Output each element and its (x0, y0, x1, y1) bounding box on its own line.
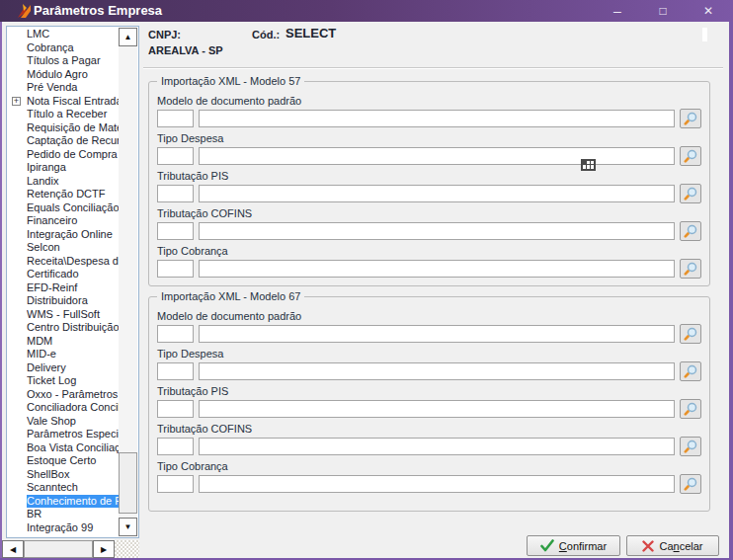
field-description-input[interactable] (199, 400, 675, 418)
sidebar-item[interactable]: Títulos a Pagar (7, 54, 119, 68)
field-description-input[interactable] (199, 438, 675, 455)
sidebar-item-label: Financeiro (27, 214, 119, 228)
sidebar-item[interactable]: Delivery (7, 361, 119, 375)
field-description-input[interactable] (199, 260, 675, 278)
scroll-left-icon: ◀ (10, 545, 16, 554)
field-description-input[interactable] (199, 185, 675, 202)
sidebar-item[interactable]: Landix (7, 175, 119, 189)
sidebar-item[interactable]: BR (7, 508, 119, 521)
field-code-input[interactable] (157, 438, 194, 455)
field-code-input[interactable] (157, 400, 194, 418)
sidebar-item-label: Retenção DCTF (27, 188, 119, 201)
lookup-button[interactable] (680, 324, 701, 344)
sidebar-item[interactable]: Conciliadora Conciliaç (7, 401, 119, 415)
sidebar-item[interactable]: Ticket Log (7, 374, 119, 388)
sidebar-item[interactable]: Captação de Recurso (7, 134, 119, 148)
sidebar-item[interactable]: WMS - FullSoft (7, 308, 119, 322)
sidebar-item[interactable]: MDM (7, 335, 119, 349)
confirm-button[interactable]: Confirmar (527, 535, 620, 556)
sidebar-item[interactable]: Pedido de Compra (7, 148, 119, 162)
field-code-input[interactable] (157, 362, 194, 380)
field-description-input[interactable] (199, 475, 675, 493)
sidebar-item[interactable]: Integração Online (7, 228, 119, 242)
close-icon: ✕ (703, 4, 713, 18)
lookup-button[interactable] (680, 259, 701, 279)
sidebar-item-label: Integração 99 (27, 521, 119, 535)
sidebar-item[interactable]: Ipiranga (7, 161, 119, 175)
sidebar-item[interactable]: Conhecimento de Fre (7, 495, 119, 509)
minimize-button[interactable]: – (595, 0, 640, 22)
lookup-button[interactable] (680, 109, 701, 128)
sidebar-item[interactable]: Integração 99 (7, 521, 119, 535)
sidebar-item[interactable]: Parâmetros Especiais (7, 428, 119, 441)
vertical-scrollbar[interactable]: ▲ ▼ (119, 28, 137, 536)
sidebar-listbox: LMCCobrançaTítulos a PagarMódulo AgroPré… (6, 26, 139, 538)
sidebar-item[interactable]: Requisição de Materia (7, 121, 119, 135)
form-field: Tipo Cobrança (157, 245, 701, 279)
field-label: Modelo de documento padrão (157, 95, 701, 107)
scroll-up-button[interactable]: ▲ (119, 28, 137, 46)
close-button[interactable]: ✕ (686, 0, 731, 22)
sidebar-item-label: Scanntech (27, 481, 119, 495)
sidebar-item[interactable]: Financeiro (7, 214, 119, 228)
x-icon (642, 540, 654, 552)
sidebar-item[interactable]: MID-e (7, 348, 119, 361)
lookup-button[interactable] (680, 184, 701, 203)
field-code-input[interactable] (157, 325, 194, 343)
sidebar-item[interactable]: Vale Shop (7, 415, 119, 429)
sidebar-item[interactable]: Equals Conciliação (7, 201, 119, 215)
sidebar-item[interactable]: Título a Receber (7, 108, 119, 121)
field-description-input[interactable] (199, 362, 675, 380)
scroll-right-button[interactable]: ▶ (93, 540, 115, 558)
field-code-input[interactable] (157, 185, 194, 202)
form-field: Tipo Cobrança (157, 460, 701, 494)
maximize-button[interactable]: □ (640, 0, 686, 22)
lookup-button[interactable] (680, 437, 701, 456)
vertical-scroll-thumb[interactable] (119, 452, 137, 514)
lookup-button[interactable] (680, 146, 701, 166)
sidebar-item[interactable]: LMC (7, 28, 119, 41)
scroll-left-button[interactable]: ◀ (2, 540, 24, 558)
field-description-input[interactable] (199, 110, 675, 127)
field-description-input[interactable] (199, 147, 675, 165)
sidebar-item[interactable]: ShellBox (7, 468, 119, 482)
sidebar-item[interactable]: Certificado (7, 268, 119, 281)
sidebar-item-label: EFD-Reinf (27, 281, 119, 295)
magnifier-icon (684, 364, 697, 378)
lookup-button[interactable] (680, 474, 701, 494)
sidebar-item[interactable]: Distribuidora (7, 294, 119, 308)
sidebar-item[interactable]: Oxxo - Parâmetros (7, 388, 119, 402)
expand-icon[interactable]: + (12, 97, 21, 106)
field-code-input[interactable] (157, 147, 194, 165)
window-title: Parâmetros Empresa (34, 0, 162, 22)
magnifier-icon (684, 262, 697, 276)
sidebar-item[interactable]: EFD-Reinf (7, 281, 119, 295)
horizontal-scroll-thumb[interactable] (24, 540, 93, 558)
scroll-down-button[interactable]: ▼ (119, 518, 137, 536)
field-description-input[interactable] (199, 325, 675, 343)
sidebar-item[interactable]: Retenção DCTF (7, 188, 119, 201)
sidebar-item[interactable]: Estoque Certo (7, 454, 119, 468)
sidebar-item[interactable]: Selcon (7, 241, 119, 255)
field-code-input[interactable] (157, 110, 194, 127)
lookup-button[interactable] (680, 221, 701, 241)
sidebar-item[interactable]: Scanntech (7, 481, 119, 495)
cancel-button[interactable]: Cancelar (626, 535, 719, 556)
sidebar-item[interactable]: Centro Distribuição (7, 321, 119, 335)
field-description-input[interactable] (199, 222, 675, 240)
lookup-button[interactable] (680, 399, 701, 419)
field-code-input[interactable] (157, 475, 194, 493)
horizontal-scrollbar[interactable]: ◀ ▶ (2, 540, 139, 558)
sidebar-item[interactable]: Pré Venda (7, 81, 119, 95)
sidebar-item[interactable]: +Nota Fiscal Entrada (7, 95, 119, 109)
sidebar-item-label: Módulo Agro (27, 68, 119, 82)
sidebar-item[interactable]: Módulo Agro (7, 68, 119, 82)
sidebar-item[interactable]: Cobrança (7, 41, 119, 55)
sidebar-item[interactable]: Receita\Despesa de T (7, 255, 119, 269)
field-row (157, 109, 701, 128)
lookup-button[interactable] (680, 361, 701, 381)
sidebar-item[interactable]: Boa Vista Conciliação (7, 441, 119, 455)
field-code-input[interactable] (157, 260, 194, 278)
field-code-input[interactable] (157, 222, 194, 240)
magnifier-icon (684, 224, 697, 238)
